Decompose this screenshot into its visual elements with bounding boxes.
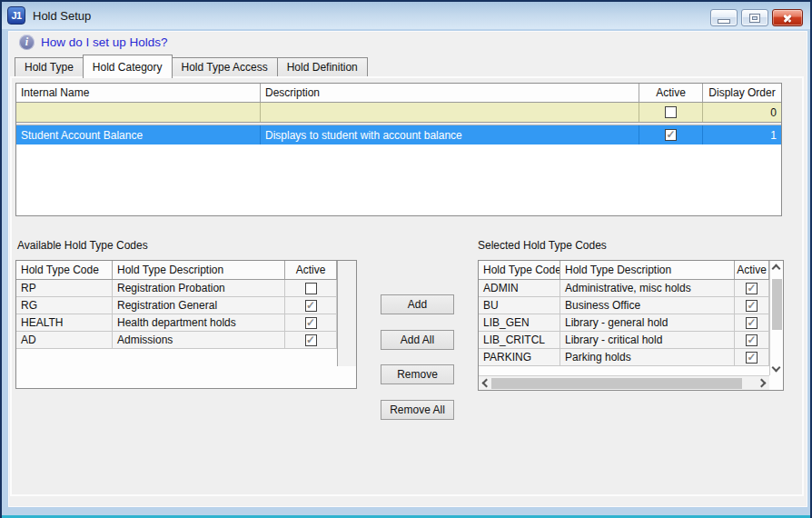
available-codes-table: Hold Type Code Hold Type Description Act… xyxy=(15,260,357,389)
scroll-right-icon[interactable] xyxy=(758,379,767,388)
app-icon: J1 xyxy=(7,6,25,25)
table-row-ad[interactable]: ADAdmissions xyxy=(16,332,356,349)
maximize-button[interactable] xyxy=(741,9,768,26)
tab-hold-category[interactable]: Hold Category xyxy=(83,55,173,78)
table-row-rp[interactable]: RPRegistration Probation xyxy=(16,280,356,297)
column-header-hold-type-description[interactable]: Hold Type Description xyxy=(113,261,285,279)
maximize-icon xyxy=(750,15,759,22)
table-row-lib_gen[interactable]: LIB_GENLibrary - general hold xyxy=(479,314,783,332)
internal-name-input-cell[interactable] xyxy=(16,103,261,122)
display-order-cell[interactable]: 0 xyxy=(703,103,781,122)
tab-hold-type[interactable]: Hold Type xyxy=(15,57,84,76)
available-codes-label: Available Hold Type Codes xyxy=(17,239,148,252)
active-cell xyxy=(735,297,769,314)
hold-type-description-cell: Registration Probation xyxy=(113,280,285,296)
hold-type-code-cell: PARKING xyxy=(479,349,560,365)
column-header-internal-name[interactable]: Internal Name xyxy=(16,84,261,102)
table-row-admin[interactable]: ADMINAdministrative, misc holds xyxy=(479,280,783,297)
column-header-hold-type-code[interactable]: Hold Type Code xyxy=(479,261,560,279)
hold-type-code-cell: AD xyxy=(16,332,113,348)
add-all-button[interactable]: Add All xyxy=(381,330,454,350)
table-header-row: Hold Type Code Hold Type Description Act… xyxy=(16,261,356,280)
column-header-hold-type-description[interactable]: Hold Type Description xyxy=(560,261,735,279)
column-header-active[interactable]: Active xyxy=(735,261,769,279)
hold-type-code-cell: LIB_CRITCL xyxy=(479,332,560,348)
table-row-health[interactable]: HEALTHHealth department holds xyxy=(16,314,356,332)
hold-type-description-cell: Business Office xyxy=(560,297,735,314)
table-row-parking[interactable]: PARKINGParking holds xyxy=(479,349,783,366)
column-header-active[interactable]: Active xyxy=(285,261,337,279)
tab-strip: Hold Type Hold Category Hold Type Access… xyxy=(15,54,367,76)
vertical-scrollbar[interactable] xyxy=(769,261,783,375)
active-checkbox[interactable] xyxy=(305,317,317,329)
table-row-lib_critcl[interactable]: LIB_CRITCLLibrary - critical hold xyxy=(479,332,783,349)
vertical-scrollbar-thumb[interactable] xyxy=(772,279,782,330)
active-checkbox[interactable] xyxy=(305,334,317,346)
active-checkbox[interactable] xyxy=(746,334,758,346)
help-link[interactable]: How do I set up Holds? xyxy=(41,35,168,49)
table-row-bu[interactable]: BUBusiness Office xyxy=(479,297,783,314)
grid-empty-area xyxy=(16,144,781,215)
scroll-left-icon[interactable] xyxy=(482,379,491,388)
active-cell xyxy=(285,314,337,331)
selected-category-row[interactable]: Student Account Balance Displays to stud… xyxy=(16,125,781,144)
hold-type-code-cell: ADMIN xyxy=(479,280,560,296)
table-header-row: Hold Type Code Hold Type Description Act… xyxy=(479,261,783,280)
active-cell xyxy=(735,280,769,296)
column-header-hold-type-code[interactable]: Hold Type Code xyxy=(16,261,113,279)
active-checkbox[interactable] xyxy=(746,300,758,312)
minimize-button[interactable] xyxy=(710,9,738,26)
active-checkbox[interactable] xyxy=(665,106,677,118)
tab-hold-type-access[interactable]: Hold Type Access xyxy=(172,57,278,76)
table-filler-area xyxy=(337,261,356,366)
active-cell xyxy=(639,125,703,144)
description-cell: Displays to student with account balance xyxy=(261,125,639,144)
hold-type-code-cell: HEALTH xyxy=(16,314,113,331)
window-title: Hold Setup xyxy=(33,9,91,23)
new-row[interactable]: 0 xyxy=(16,103,781,123)
available-rows: RPRegistration ProbationRGRegistration G… xyxy=(16,280,356,349)
hold-type-description-cell: Administrative, misc holds xyxy=(560,280,735,296)
active-cell xyxy=(735,349,769,365)
scroll-down-icon[interactable] xyxy=(772,364,781,373)
active-checkbox[interactable] xyxy=(665,129,677,141)
active-cell xyxy=(285,332,337,348)
remove-button[interactable]: Remove xyxy=(381,364,454,384)
tab-hold-definition[interactable]: Hold Definition xyxy=(277,57,368,76)
hold-type-description-cell: Registration General xyxy=(113,297,285,314)
selected-codes-label: Selected Hold Type Codes xyxy=(478,239,607,252)
hold-type-description-cell: Parking holds xyxy=(560,349,735,365)
horizontal-scrollbar[interactable] xyxy=(479,375,769,390)
active-checkbox[interactable] xyxy=(746,317,758,329)
hold-type-description-cell: Library - critical hold xyxy=(560,332,735,348)
active-checkbox[interactable] xyxy=(746,352,758,364)
horizontal-scrollbar-thumb[interactable] xyxy=(491,378,742,389)
dialog-client-area: i How do I set up Holds? Hold Type Hold … xyxy=(8,31,807,507)
selected-codes-table: Hold Type Code Hold Type Description Act… xyxy=(478,260,784,391)
hold-type-code-cell: LIB_GEN xyxy=(479,314,560,331)
caption-buttons xyxy=(710,9,803,26)
hold-type-code-cell: RG xyxy=(16,297,113,314)
column-header-active[interactable]: Active xyxy=(639,84,703,102)
column-header-description[interactable]: Description xyxy=(261,84,639,102)
grid-header-row: Internal Name Description Active Display… xyxy=(16,84,781,103)
scroll-up-icon[interactable] xyxy=(772,264,781,274)
remove-all-button[interactable]: Remove All xyxy=(381,400,454,420)
close-button[interactable] xyxy=(772,9,803,26)
description-input-cell[interactable] xyxy=(261,103,639,122)
active-cell xyxy=(285,297,337,314)
column-header-display-order[interactable]: Display Order xyxy=(703,84,781,102)
hold-type-description-cell: Health department holds xyxy=(113,314,285,331)
info-icon: i xyxy=(19,35,35,50)
app-icon-label: J1 xyxy=(11,10,21,21)
active-checkbox[interactable] xyxy=(746,283,758,294)
active-checkbox[interactable] xyxy=(305,283,317,294)
active-checkbox[interactable] xyxy=(305,300,317,312)
active-cell xyxy=(639,103,703,122)
add-button[interactable]: Add xyxy=(381,294,454,314)
selected-rows: ADMINAdministrative, misc holdsBUBusines… xyxy=(479,280,783,366)
active-cell xyxy=(285,280,337,296)
internal-name-cell: Student Account Balance xyxy=(16,125,261,144)
table-row-rg[interactable]: RGRegistration General xyxy=(16,297,356,314)
titlebar: J1 Hold Setup xyxy=(2,2,810,29)
